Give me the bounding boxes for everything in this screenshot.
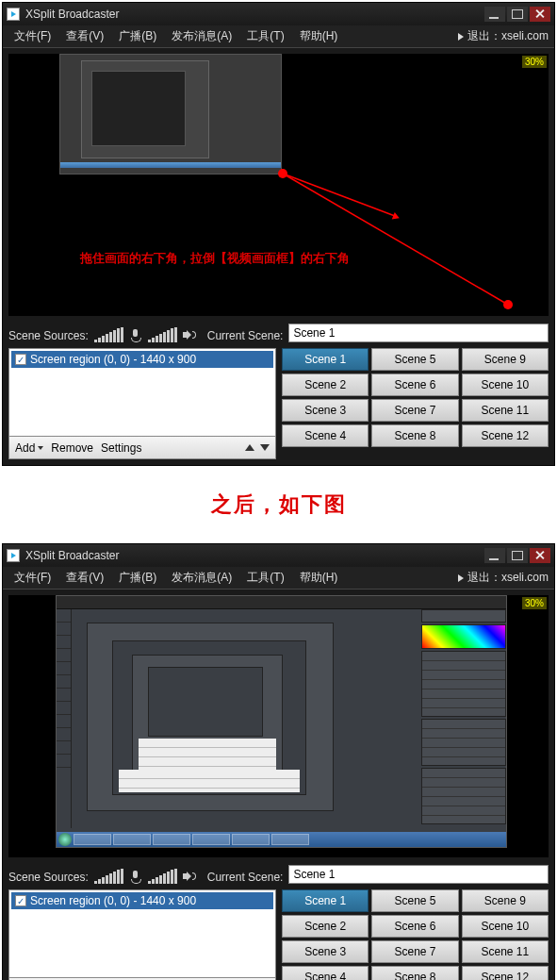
taskbar [57, 832, 506, 847]
scene-button-11[interactable]: Scene 11 [462, 399, 549, 422]
move-down-button[interactable] [260, 444, 270, 451]
scene-button-9[interactable]: Scene 9 [462, 348, 549, 371]
exit-link[interactable]: 退出：xseli.com [458, 570, 549, 586]
move-up-button[interactable] [245, 444, 254, 451]
titlebar[interactable]: XSplit Broadcaster [3, 544, 554, 567]
scene-button-2[interactable]: Scene 2 [282, 374, 369, 396]
svg-line-0 [283, 174, 508, 305]
exit-link[interactable]: 退出：xseli.com [458, 28, 549, 44]
scene-button-4[interactable]: Scene 4 [282, 424, 369, 447]
xsplit-window-after: XSplit Broadcaster 文件(F) 查看(V) 广播(B) 发布消… [2, 543, 555, 980]
minimize-button[interactable] [484, 548, 505, 563]
sources-label: Scene Sources: [8, 329, 89, 342]
scene-button-7[interactable]: Scene 7 [371, 940, 458, 963]
source-list[interactable]: ✓ Screen region (0, 0) - 1440 x 900 [8, 889, 276, 978]
maximize-button[interactable] [507, 548, 528, 563]
speaker-icon[interactable] [183, 329, 196, 342]
menu-broadcast[interactable]: 广播(B) [113, 568, 162, 588]
scene-button-3[interactable]: Scene 3 [282, 399, 369, 422]
minimize-button[interactable] [484, 7, 505, 22]
zoom-badge: 30% [522, 597, 547, 609]
source-checkbox[interactable]: ✓ [15, 354, 26, 365]
play-icon [458, 574, 464, 582]
menu-tools[interactable]: 工具(T) [241, 26, 289, 46]
scene-button-6[interactable]: Scene 6 [371, 915, 458, 938]
captured-desktop [56, 595, 507, 848]
source-name: Screen region (0, 0) - 1440 x 900 [30, 894, 196, 907]
sources-label: Scene Sources: [8, 871, 89, 884]
source-toolbar: Add Remove Settings [8, 437, 276, 459]
speaker-icon[interactable] [183, 871, 196, 884]
close-button[interactable] [530, 7, 550, 22]
app-icon [7, 549, 20, 562]
scene-button-9[interactable]: Scene 9 [462, 889, 549, 912]
scene-button-12[interactable]: Scene 12 [462, 966, 549, 980]
scene-button-1[interactable]: Scene 1 [282, 889, 369, 912]
resize-handle-end[interactable] [503, 300, 513, 309]
source-list[interactable]: ✓ Screen region (0, 0) - 1440 x 900 [8, 348, 276, 437]
maximize-button[interactable] [507, 7, 528, 22]
scene-button-12[interactable]: Scene 12 [462, 424, 549, 447]
scene-button-4[interactable]: Scene 4 [282, 966, 369, 980]
menu-publish[interactable]: 发布消息(A) [166, 568, 238, 588]
preview-canvas[interactable]: 30% [8, 595, 549, 857]
menubar: 文件(F) 查看(V) 广播(B) 发布消息(A) 工具(T) 帮助(H) 退出… [3, 25, 554, 48]
scene-button-8[interactable]: Scene 8 [371, 424, 458, 447]
app-title: XSplit Broadcaster [25, 549, 484, 562]
source-item[interactable]: ✓ Screen region (0, 0) - 1440 x 900 [11, 351, 273, 368]
scene-button-2[interactable]: Scene 2 [282, 915, 369, 938]
menu-tools[interactable]: 工具(T) [241, 568, 289, 588]
scene-button-5[interactable]: Scene 5 [371, 889, 458, 912]
menu-publish[interactable]: 发布消息(A) [166, 26, 238, 46]
scene-button-11[interactable]: Scene 11 [462, 940, 549, 963]
menu-help[interactable]: 帮助(H) [294, 26, 344, 46]
scene-button-5[interactable]: Scene 5 [371, 348, 458, 371]
xsplit-window-before: XSplit Broadcaster 文件(F) 查看(V) 广播(B) 发布消… [2, 2, 555, 466]
source-checkbox[interactable]: ✓ [15, 895, 26, 906]
menu-file[interactable]: 文件(F) [8, 26, 57, 46]
menubar: 文件(F) 查看(V) 广播(B) 发布消息(A) 工具(T) 帮助(H) 退出… [3, 567, 554, 590]
drag-arrow-line [8, 54, 546, 316]
close-button[interactable] [530, 548, 550, 563]
menu-broadcast[interactable]: 广播(B) [113, 26, 162, 46]
current-scene-input[interactable] [288, 324, 549, 342]
speaker-level-meter[interactable] [148, 869, 177, 884]
mic-level-meter[interactable] [94, 327, 123, 342]
divider-caption: 之后，如下图 [0, 468, 557, 541]
current-scene-input[interactable] [288, 865, 549, 884]
scene-button-6[interactable]: Scene 6 [371, 374, 458, 396]
microphone-icon[interactable] [129, 329, 142, 342]
current-scene-label: Current Scene: [207, 871, 284, 884]
source-item[interactable]: ✓ Screen region (0, 0) - 1440 x 900 [11, 892, 273, 909]
titlebar[interactable]: XSplit Broadcaster [3, 3, 554, 25]
settings-button[interactable]: Settings [101, 441, 141, 455]
scene-grid: Scene 1 Scene 5 Scene 9 Scene 2 Scene 6 … [282, 348, 549, 447]
menu-view[interactable]: 查看(V) [60, 568, 109, 588]
instruction-text: 拖住画面的右下角，拉倒【视频画面框】的右下角 [80, 250, 350, 267]
scene-button-8[interactable]: Scene 8 [371, 966, 458, 980]
menu-help[interactable]: 帮助(H) [294, 568, 344, 588]
current-scene-label: Current Scene: [207, 329, 284, 342]
scene-button-1[interactable]: Scene 1 [282, 348, 369, 371]
microphone-icon[interactable] [129, 871, 142, 884]
scene-button-7[interactable]: Scene 7 [371, 399, 458, 422]
play-icon [458, 33, 464, 41]
menu-view[interactable]: 查看(V) [60, 26, 109, 46]
mic-level-meter[interactable] [94, 869, 123, 884]
scene-button-3[interactable]: Scene 3 [282, 940, 369, 963]
app-icon [7, 8, 20, 21]
scene-grid: Scene 1 Scene 5 Scene 9 Scene 2 Scene 6 … [282, 889, 549, 980]
app-title: XSplit Broadcaster [25, 8, 484, 21]
source-name: Screen region (0, 0) - 1440 x 900 [30, 353, 196, 366]
remove-button[interactable]: Remove [51, 441, 93, 455]
speaker-level-meter[interactable] [148, 327, 177, 342]
audio-controls: Scene Sources: Current Scene: [3, 863, 554, 886]
add-button[interactable]: Add [15, 441, 43, 455]
scene-button-10[interactable]: Scene 10 [462, 915, 549, 938]
audio-controls: Scene Sources: Current Scene: [3, 322, 554, 344]
svg-line-1 [283, 174, 395, 216]
preview-canvas[interactable]: 30% 拖住画面的右下角，拉倒【视频画面框】的右下角 [8, 54, 549, 316]
scene-button-10[interactable]: Scene 10 [462, 374, 549, 396]
menu-file[interactable]: 文件(F) [8, 568, 57, 588]
start-orb-icon [58, 833, 72, 846]
